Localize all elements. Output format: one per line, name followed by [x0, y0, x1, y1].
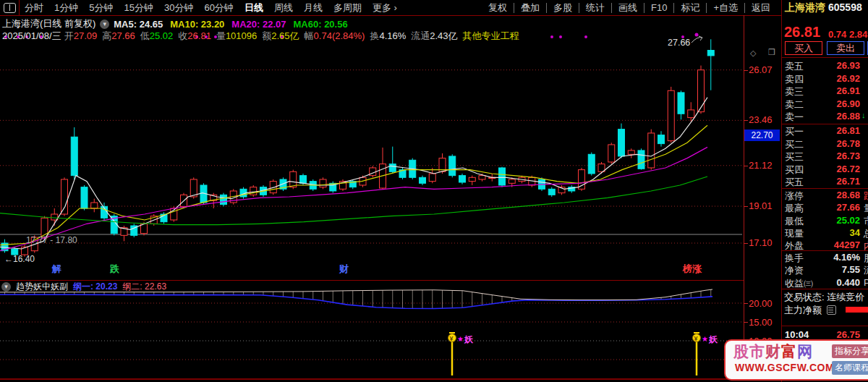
date-label: 2025/01/08/三 — [2, 30, 61, 43]
indicator-header: ▾ 趋势妖中妖副 纲一: 20.23 纲二: 22.63 — [1, 281, 166, 293]
axis-tick — [744, 243, 748, 244]
axis-tick — [744, 322, 748, 323]
menu-item-1分钟[interactable]: 1分钟 — [54, 1, 78, 14]
trade-status: 交易状态: 连续竞价 — [784, 291, 864, 304]
main-flow-bar — [846, 307, 868, 313]
list-icon[interactable] — [827, 305, 836, 315]
sub-indicator-chart[interactable]: ¥★妖¥★妖 — [0, 281, 744, 378]
quote-row-涨停: 涨停28.68跌 — [782, 190, 868, 202]
ma-values: MA5: 24.65MA10: 23.20MA20: 22.07MA60: 20… — [114, 19, 347, 30]
menu-item-分时[interactable]: 分时 — [25, 1, 43, 14]
quote-panel: 上海港湾 605598 26.81 0.74 2.84% 买入 卖出 卖五26.… — [781, 0, 868, 382]
menu-item-30分钟[interactable]: 30分钟 — [164, 1, 193, 14]
sub-axis-label-15.00: 15.00 — [749, 317, 773, 328]
axis-label-23.46: 23.46 — [749, 114, 773, 125]
menu-item-周线[interactable]: 周线 — [274, 1, 293, 14]
field-幅: 幅0.74(2.84%) — [305, 30, 365, 43]
badge-指标分享[interactable]: 指标分享 — [832, 344, 868, 358]
main-candle-chart[interactable]: 27.6617.77 - 17.80←16.40解跌财榜涨 — [0, 15, 744, 275]
site-name-char: 网 — [797, 343, 813, 360]
menu-item-+自选[interactable]: +自选 — [706, 3, 744, 13]
menu-item-5分钟[interactable]: 5分钟 — [89, 1, 113, 14]
site-name-char: 股 — [733, 343, 749, 360]
collapse-icon[interactable]: ▾ — [1, 282, 11, 292]
svg-text:17.77 - 17.80: 17.77 - 17.80 — [26, 235, 77, 245]
stock-code: 605598 — [828, 1, 862, 13]
menu-item-多股[interactable]: 多股 — [546, 3, 579, 13]
panel-toggle-icon[interactable]: ❒ — [768, 48, 775, 57]
svg-text:←16.40: ←16.40 — [4, 254, 35, 264]
chart-title-line: 上海港湾(日线 前复权) ▾ MA5: 24.65MA10: 23.20MA20… — [2, 17, 348, 30]
quote-row-买五: 买五26.71 — [782, 176, 868, 188]
period-menu: 分时1分钟5分钟15分钟30分钟60分钟日线周线月线多周期更多 › — [25, 0, 397, 15]
quote-row-买三: 买三26.73 — [782, 150, 868, 163]
ohlc-fields: 开27.09高27.66低25.02收26.81量101096额2.65亿幅0.… — [64, 30, 519, 43]
menu-item-60分钟[interactable]: 60分钟 — [204, 1, 233, 14]
quote-row-卖四: 卖四26.92 — [782, 73, 868, 85]
menu-item-15分钟[interactable]: 15分钟 — [124, 1, 153, 14]
field-换: 换4.16% — [370, 30, 406, 43]
quote-row-净资: 净资7.55流 — [782, 264, 868, 276]
menu-divider — [19, 0, 20, 15]
quote-row-买二: 买二26.78 — [782, 138, 868, 150]
current-price-tag: 22.70 — [744, 130, 780, 141]
buy-button[interactable]: 买入 — [785, 41, 822, 55]
axis-tick — [744, 70, 748, 71]
axis-label-21.12: 21.12 — [749, 160, 773, 171]
menu-item-统计[interactable]: 统计 — [579, 3, 611, 13]
stock-name: 上海港湾 — [785, 1, 825, 14]
sell-button[interactable]: 卖出 — [827, 41, 864, 55]
indicator-title: 趋势妖中妖副 — [16, 281, 68, 293]
sub-axis-label-20.00: 20.00 — [749, 298, 773, 309]
svg-text:¥: ¥ — [450, 335, 454, 342]
quote-time: 10:04 — [785, 329, 809, 340]
quote-row-卖一: 卖一26.88↓ — [782, 111, 868, 123]
svg-text:★: ★ — [702, 335, 708, 343]
price-change: 0.74 — [828, 29, 846, 40]
menu-item-返回[interactable]: 返回 — [744, 3, 777, 13]
menu-item-月线[interactable]: 月线 — [304, 1, 323, 14]
field-低: 低25.02 — [140, 30, 174, 43]
field-industry: 其他专业工程 — [463, 30, 519, 43]
indicator-value-1: 纲一: 20.23 — [73, 281, 117, 293]
main-flow-label: 主力净额 — [784, 304, 822, 317]
diamond-icon[interactable]: ◇ — [750, 48, 756, 58]
site-name[interactable]: 股市财富网 — [733, 341, 813, 362]
axis-tick — [744, 206, 748, 207]
menu-item-多周期[interactable]: 多周期 — [333, 1, 362, 14]
svg-text:妖: 妖 — [708, 334, 718, 344]
tools-menu: 复权叠加多股统计画线F10标记+自选返回 — [482, 0, 777, 15]
site-url[interactable]: WWW.GSCFW.COM — [735, 362, 834, 373]
chevron-down-icon[interactable]: ▾ — [100, 20, 109, 29]
menu-item-标记[interactable]: 标记 — [673, 3, 706, 13]
quote-row-卖二: 卖二26.90 — [782, 98, 868, 111]
field-高: 高27.66 — [102, 30, 135, 43]
chart-title: 上海港湾(日线 前复权) — [2, 17, 95, 30]
quote-last: 26.75 — [822, 329, 860, 340]
svg-text:¥: ¥ — [694, 335, 698, 342]
menu-item-叠加[interactable]: 叠加 — [514, 3, 546, 13]
panel-separator — [782, 188, 868, 189]
panel-separator — [782, 57, 868, 58]
site-name-char: 财 — [765, 343, 781, 360]
window-icon[interactable] — [4, 3, 16, 13]
menu-item-F10[interactable]: F10 — [644, 3, 673, 13]
menu-item-画线[interactable]: 画线 — [611, 3, 644, 13]
field-量: 量101096 — [216, 30, 257, 43]
menu-item-更多[interactable]: 更多 › — [373, 1, 397, 14]
svg-text:榜涨: 榜涨 — [682, 263, 702, 274]
svg-text:解: 解 — [51, 263, 61, 274]
trading-terminal: 分时1分钟5分钟15分钟30分钟60分钟日线周线月线多周期更多 › 复权叠加多股… — [0, 0, 868, 382]
menu-item-复权[interactable]: 复权 — [482, 3, 514, 13]
badge-名师课程[interactable]: 名师课程 — [832, 361, 868, 375]
svg-text:妖: 妖 — [464, 334, 474, 344]
menu-item-日线[interactable]: 日线 — [244, 1, 263, 14]
ma-value-MA5: MA5: 24.65 — [114, 19, 163, 30]
axis-tick — [744, 166, 748, 166]
quote-row-最低: 最低25.02市 — [782, 215, 868, 227]
svg-text:跌: 跌 — [109, 263, 119, 274]
quote-row-最高: 最高27.66量 — [782, 202, 868, 214]
ma-value-MA20: MA20: 22.07 — [231, 19, 286, 30]
svg-text:财: 财 — [339, 263, 349, 274]
quote-row-卖五: 卖五26.93 — [782, 60, 868, 72]
